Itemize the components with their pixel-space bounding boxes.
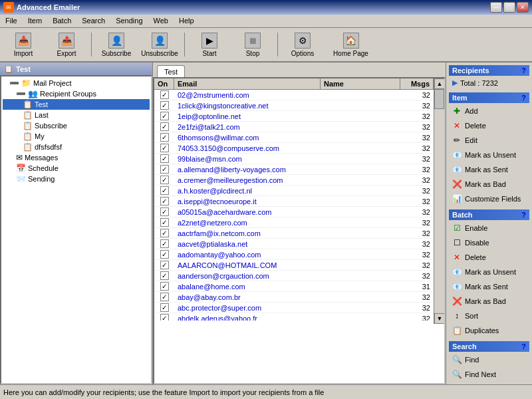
tab-test[interactable]: Test (157, 65, 185, 77)
tree-item-recipientgroups[interactable]: ➖ 👥 Recipient Groups (3, 88, 150, 99)
menu-web[interactable]: Web (148, 16, 174, 26)
item-help[interactable]: ? (521, 94, 526, 102)
mark-bad-item-button[interactable]: ❌ Mark as Bad (449, 178, 529, 191)
find-next-button[interactable]: 🔍 Find Next (449, 368, 529, 381)
row-checkbox[interactable]: ✓ (154, 154, 174, 164)
find-button[interactable]: 🔍 Find (449, 353, 529, 366)
tree-item-schedule[interactable]: 📅 Schedule (3, 163, 150, 174)
table-row[interactable]: ✓ abdelk.aderus@yahoo.fr 32 (154, 313, 434, 321)
table-row[interactable]: ✓ 02@2mstrumenti.com 32 (154, 90, 434, 100)
tree-item-last[interactable]: 📋 Last (3, 110, 150, 120)
tree-item-dfs[interactable]: 📋 dfsfsdfsf (3, 142, 150, 152)
table-row[interactable]: ✓ a2znet@netzero.com 32 (154, 217, 434, 228)
batch-sort-button[interactable]: ↕ Sort (449, 309, 529, 323)
scroll-up-button[interactable]: ▲ (434, 78, 445, 89)
row-checkbox[interactable]: ✓ (154, 292, 174, 302)
customize-fields-button[interactable]: 📊 Customize Fields (449, 192, 529, 205)
table-row[interactable]: ✓ 1eip@optonline.net 32 (154, 111, 434, 122)
table-row[interactable]: ✓ a.allemand@liberty-voyages.com 32 (154, 164, 434, 175)
scroll-down-button[interactable]: ▼ (434, 313, 445, 324)
batch-delete-button[interactable]: ✕ Delete (449, 251, 529, 264)
mark-sent-item-button[interactable]: 📧 Mark as Sent (449, 163, 529, 176)
row-checkbox[interactable]: ✓ (154, 303, 174, 313)
table-row[interactable]: ✓ abalane@home.com 31 (154, 281, 434, 292)
table-row[interactable]: ✓ a.h.koster@plcdirect.nl 32 (154, 186, 434, 196)
table-row[interactable]: ✓ aadomantay@yahoo.com 32 (154, 249, 434, 260)
row-checkbox[interactable]: ✓ (154, 313, 174, 321)
add-button[interactable]: ✚ Add (449, 104, 529, 118)
delete-button[interactable]: ✕ Delete (449, 119, 529, 132)
edit-button[interactable]: ✏ Edit (449, 134, 529, 147)
table-row[interactable]: ✓ a05015a@acehardware.com 32 (154, 207, 434, 217)
row-checkbox[interactable]: ✓ (154, 111, 174, 121)
batch-mark-unsent-button[interactable]: 📧 Mark as Unsent (449, 265, 529, 279)
tree-item-test[interactable]: 📋 Test (3, 99, 150, 110)
row-checkbox[interactable]: ✓ (154, 186, 174, 196)
tree-item-mailproject[interactable]: ➖ 📁 Mail Project (3, 78, 150, 88)
row-checkbox[interactable]: ✓ (154, 207, 174, 217)
mark-unsent-item-button[interactable]: 📧 Mark as Unsent (449, 148, 529, 162)
table-row[interactable]: ✓ 6thomsons@willmar.com 32 (154, 132, 434, 143)
row-checkbox[interactable]: ✓ (154, 164, 174, 174)
start-button[interactable]: ▶ Start (190, 30, 229, 59)
row-msgs: 32 (400, 250, 434, 259)
import-button[interactable]: 📥 Import (3, 30, 43, 59)
table-row[interactable]: ✓ abc.protector@super.com 32 (154, 303, 434, 313)
minimize-button[interactable]: — (490, 2, 502, 13)
batch-disable-button[interactable]: ☐ Disable (449, 236, 529, 249)
homepage-button[interactable]: 🏠 Home Page (326, 30, 376, 59)
menu-search[interactable]: Search (76, 16, 110, 26)
row-checkbox[interactable]: ✓ (154, 239, 174, 249)
scroll-thumb[interactable] (434, 89, 444, 109)
menu-batch[interactable]: Batch (47, 16, 76, 26)
recipients-help[interactable]: ? (521, 66, 526, 74)
table-row[interactable]: ✓ aacvet@ptialaska.net 32 (154, 239, 434, 249)
table-row[interactable]: ✓ aanderson@crgauction.com 32 (154, 271, 434, 281)
row-checkbox[interactable]: ✓ (154, 260, 174, 270)
table-row[interactable]: ✓ 99blaise@msn.com 32 (154, 154, 434, 164)
unsubscribe-button[interactable]: 👤 Unsubscribe (140, 30, 180, 59)
row-checkbox[interactable]: ✓ (154, 143, 174, 153)
table-row[interactable]: ✓ 1click@kingstoncreative.net 32 (154, 100, 434, 111)
menu-sending[interactable]: Sending (110, 16, 148, 26)
options-button[interactable]: ⚙ Options (283, 30, 323, 59)
subscribe-button[interactable]: 👤 Subscribe (96, 30, 136, 59)
tree-item-sending[interactable]: 📨 Sending (3, 174, 150, 184)
row-checkbox[interactable]: ✓ (154, 175, 174, 185)
row-checkbox[interactable]: ✓ (154, 132, 174, 142)
table-row[interactable]: ✓ aactrfam@ix.netcom.com 32 (154, 228, 434, 239)
tree-item-messages[interactable]: ✉ Messages (3, 152, 150, 163)
maximize-button[interactable]: □ (503, 2, 515, 13)
table-row[interactable]: ✓ AALARCON@HOTMAIL.COM 32 (154, 260, 434, 271)
row-checkbox[interactable]: ✓ (154, 228, 174, 238)
table-row[interactable]: ✓ a.cremer@meilleuregestion.com 32 (154, 175, 434, 186)
table-row[interactable]: ✓ abay@abay.com.br 32 (154, 292, 434, 303)
row-checkbox[interactable]: ✓ (154, 271, 174, 281)
export-button[interactable]: 📤 Export (47, 30, 86, 59)
menu-file[interactable]: File (0, 16, 23, 26)
table-row[interactable]: ✓ 74053.3150@compuserve.com 32 (154, 143, 434, 154)
close-button[interactable]: ✕ (517, 2, 529, 13)
tree-item-my[interactable]: 📋 My (3, 131, 150, 142)
menu-item[interactable]: Item (23, 16, 47, 26)
batch-mark-bad-button[interactable]: ❌ Mark as Bad (449, 295, 529, 308)
stop-button[interactable]: ⏹ Stop (233, 30, 273, 59)
table-row[interactable]: ✓ a.iseppi@tecnoeurope.it 32 (154, 196, 434, 207)
batch-enable-button[interactable]: ☑ Enable (449, 221, 529, 235)
row-checkbox[interactable]: ✓ (154, 100, 174, 110)
row-checkbox[interactable]: ✓ (154, 90, 174, 100)
batch-mark-sent-button[interactable]: 📧 Mark as Sent (449, 280, 529, 293)
row-checkbox[interactable]: ✓ (154, 196, 174, 206)
batch-duplicates-button[interactable]: 📋 Duplicates (449, 324, 529, 337)
batch-help[interactable]: ? (521, 211, 526, 219)
menu-help[interactable]: Help (174, 16, 200, 26)
table-row[interactable]: ✓ 2e1fzi@talk21.com 32 (154, 122, 434, 132)
scroll-track[interactable] (434, 89, 444, 313)
row-checkbox[interactable]: ✓ (154, 281, 174, 291)
row-checkbox[interactable]: ✓ (154, 249, 174, 259)
row-checkbox[interactable]: ✓ (154, 122, 174, 132)
tree-item-subscribe[interactable]: 📋 Subscribe (3, 120, 150, 131)
row-checkbox[interactable]: ✓ (154, 217, 174, 227)
scrollbar[interactable]: ▲ ▼ (434, 78, 444, 324)
search-help[interactable]: ? (521, 342, 526, 350)
